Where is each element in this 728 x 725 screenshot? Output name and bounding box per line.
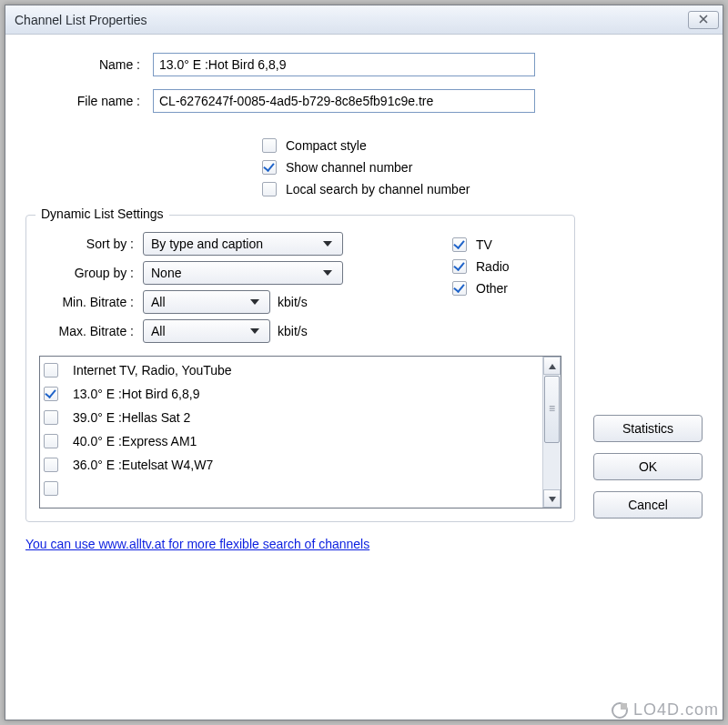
channel-listbox-items: Internet TV, Radio, YouTube 13.0° E :Hot… — [40, 357, 542, 508]
cancel-button[interactable]: Cancel — [593, 491, 703, 519]
dynamic-list-settings-group: Dynamic List Settings Sort by : By type … — [25, 215, 575, 522]
statistics-button[interactable]: Statistics — [593, 415, 703, 442]
local-search-label: Local search by channel number — [286, 182, 470, 196]
dialog-content: Name : File name : Compact style Show ch… — [5, 35, 723, 560]
scroll-up-button[interactable] — [543, 357, 561, 375]
ok-button[interactable]: OK — [593, 453, 703, 480]
min-bitrate-label: Min. Bitrate : — [39, 295, 143, 309]
compact-style-checkbox[interactable] — [262, 138, 277, 153]
name-input[interactable] — [153, 53, 535, 76]
list-item[interactable] — [44, 477, 539, 500]
dialog-window: Channel List Properties Name : File name… — [5, 5, 723, 720]
action-buttons: Statistics OK Cancel — [593, 415, 703, 519]
filename-label: File name : — [25, 94, 153, 108]
sort-by-combo[interactable]: By type and caption — [143, 232, 343, 256]
chevron-down-icon — [322, 239, 339, 248]
cancel-label: Cancel — [628, 498, 668, 512]
scroll-thumb[interactable] — [544, 376, 560, 443]
list-item-checkbox[interactable] — [44, 363, 58, 378]
compact-style-label: Compact style — [286, 138, 367, 153]
group-by-label: Group by : — [39, 266, 143, 280]
filename-row: File name : — [25, 89, 703, 113]
max-bitrate-label: Max. Bitrate : — [39, 324, 143, 338]
watermark-icon — [612, 702, 628, 719]
list-item[interactable]: Internet TV, Radio, YouTube — [44, 358, 539, 382]
scroll-gap — [543, 444, 561, 489]
list-item-checkbox[interactable] — [44, 410, 58, 425]
min-bitrate-unit: kbit/s — [278, 295, 308, 309]
watermark-text: LO4D.com — [633, 700, 719, 720]
ok-label: OK — [639, 459, 657, 474]
group-by-value: None — [151, 266, 322, 280]
dynamic-settings-left: Sort by : By type and caption Group by :… — [39, 227, 429, 348]
list-item-checkbox[interactable] — [44, 458, 58, 472]
group-by-combo[interactable]: None — [143, 261, 343, 285]
close-icon — [699, 14, 708, 26]
scrollbar[interactable] — [542, 357, 561, 508]
max-bitrate-combo[interactable]: All — [143, 319, 270, 343]
compact-style-option[interactable]: Compact style — [262, 138, 703, 153]
chevron-down-icon — [249, 297, 266, 307]
list-item[interactable]: 36.0° E :Eutelsat W4,W7 — [44, 453, 539, 477]
type-filter-column: TV Radio Other — [452, 227, 561, 348]
local-search-checkbox[interactable] — [262, 182, 277, 196]
list-item[interactable]: 39.0° E :Hellas Sat 2 — [44, 406, 539, 429]
chevron-down-icon — [549, 494, 556, 504]
chevron-down-icon — [249, 327, 266, 336]
list-item-checkbox[interactable] — [44, 387, 58, 401]
tv-filter[interactable]: TV — [452, 237, 561, 252]
watermark: LO4D.com — [612, 700, 719, 720]
list-item-label: 36.0° E :Eutelsat W4,W7 — [73, 458, 213, 472]
radio-filter[interactable]: Radio — [452, 259, 561, 274]
max-bitrate-value: All — [151, 324, 249, 338]
window-title: Channel List Properties — [15, 13, 688, 27]
show-channel-number-label: Show channel number — [286, 160, 412, 175]
titlebar: Channel List Properties — [5, 5, 723, 35]
name-row: Name : — [25, 53, 703, 76]
list-item-checkbox[interactable] — [44, 434, 58, 448]
min-bitrate-combo[interactable]: All — [143, 290, 270, 314]
radio-checkbox[interactable] — [452, 259, 467, 274]
list-item-label: 40.0° E :Express AM1 — [73, 434, 197, 448]
list-item-checkbox[interactable] — [44, 481, 58, 496]
scroll-down-button[interactable] — [543, 489, 561, 508]
show-channel-number-option[interactable]: Show channel number — [262, 160, 703, 175]
name-label: Name : — [25, 57, 153, 72]
local-search-option[interactable]: Local search by channel number — [262, 182, 703, 196]
other-checkbox[interactable] — [452, 281, 467, 296]
filename-input[interactable] — [153, 89, 535, 113]
alltv-link[interactable]: You can use www.alltv.at for more flexib… — [25, 537, 369, 551]
chevron-up-icon — [549, 361, 556, 371]
sort-by-label: Sort by : — [39, 237, 143, 251]
list-item-label: 13.0° E :Hot Bird 6,8,9 — [73, 387, 199, 401]
list-item[interactable]: 40.0° E :Express AM1 — [44, 429, 539, 453]
list-item-label: 39.0° E :Hellas Sat 2 — [73, 410, 190, 425]
max-bitrate-unit: kbit/s — [278, 324, 308, 338]
list-item[interactable]: 13.0° E :Hot Bird 6,8,9 — [44, 382, 539, 406]
close-button[interactable] — [688, 11, 719, 29]
dynamic-settings-title: Dynamic List Settings — [35, 206, 169, 221]
other-filter[interactable]: Other — [452, 281, 561, 296]
radio-label: Radio — [476, 259, 510, 274]
view-options: Compact style Show channel number Local … — [262, 138, 703, 196]
tv-label: TV — [476, 237, 492, 252]
tv-checkbox[interactable] — [452, 237, 467, 252]
chevron-down-icon — [322, 268, 339, 277]
other-label: Other — [476, 281, 508, 296]
min-bitrate-value: All — [151, 295, 249, 309]
show-channel-number-checkbox[interactable] — [262, 160, 277, 175]
list-item-label: Internet TV, Radio, YouTube — [73, 363, 232, 378]
statistics-label: Statistics — [622, 421, 673, 436]
sort-by-value: By type and caption — [151, 237, 322, 251]
channel-listbox[interactable]: Internet TV, Radio, YouTube 13.0° E :Hot… — [39, 356, 561, 509]
